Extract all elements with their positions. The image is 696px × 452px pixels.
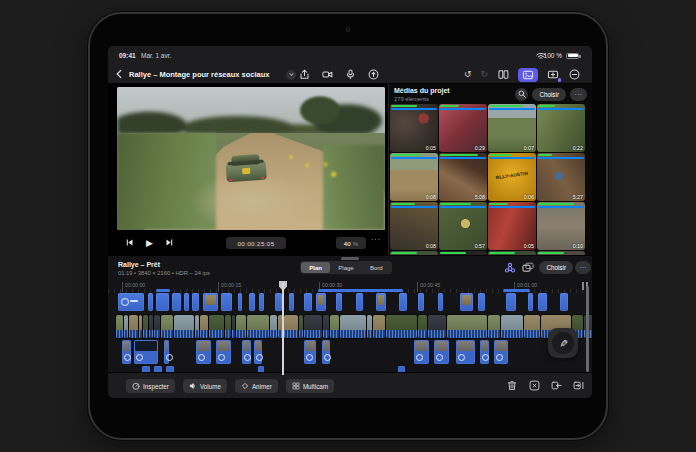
connected-clip[interactable] [538, 293, 547, 311]
connected-clip[interactable] [336, 293, 342, 311]
storyline-clip[interactable] [236, 315, 246, 338]
connected-clip[interactable] [184, 293, 189, 311]
storyline-clip[interactable] [174, 315, 194, 338]
storyline-clip[interactable] [299, 315, 303, 338]
enhance-icon[interactable] [503, 261, 516, 274]
connected-clip[interactable] [460, 293, 473, 311]
connected-audio-clip[interactable] [414, 340, 429, 364]
connected-audio-clip[interactable] [134, 340, 158, 364]
append-icon[interactable] [572, 380, 584, 392]
animate-button[interactable]: Animer [235, 379, 278, 393]
tab-plan[interactable]: Plan [301, 262, 330, 273]
connected-audio-clip[interactable] [434, 340, 449, 364]
connected-clip[interactable] [221, 293, 232, 311]
connected-clip[interactable] [259, 293, 264, 311]
media-more-button[interactable]: ··· [570, 88, 587, 101]
storyline-clip[interactable] [232, 315, 235, 338]
connected-audio-clip[interactable] [254, 340, 262, 364]
connected-clip[interactable] [438, 293, 443, 311]
storyline-clip[interactable] [154, 315, 160, 338]
blade-icon[interactable] [528, 380, 540, 392]
media-thumbnail[interactable]: 0:57 [439, 202, 487, 250]
storyline-clip[interactable] [195, 315, 199, 338]
connected-lane-bar[interactable] [156, 289, 170, 292]
connected-clip[interactable] [118, 293, 144, 311]
connected-clip[interactable] [148, 293, 153, 311]
storyline-clip[interactable] [488, 315, 500, 338]
skip-back-icon[interactable] [124, 237, 135, 248]
connected-clip[interactable] [506, 293, 516, 311]
delete-icon[interactable] [506, 380, 518, 392]
storyline-clip[interactable] [161, 315, 173, 338]
search-button[interactable] [515, 88, 528, 101]
photos-browser-button[interactable] [518, 68, 538, 82]
storyline-clip[interactable] [323, 315, 329, 338]
connected-audio-clip[interactable] [216, 340, 231, 364]
import-icon[interactable] [298, 69, 310, 81]
storyline-clip[interactable] [386, 315, 417, 338]
title-menu-chevron-icon[interactable] [286, 70, 296, 80]
connected-clip[interactable] [356, 293, 363, 311]
storyline-clip[interactable] [200, 315, 208, 338]
connected-audio-clip[interactable] [322, 340, 330, 364]
media-thumbnail[interactable]: 0:22 [537, 104, 585, 152]
storyline-clip[interactable] [270, 315, 277, 338]
overlay-icon[interactable] [521, 261, 534, 274]
connected-clip[interactable] [560, 293, 568, 311]
storyline-clip[interactable] [225, 315, 231, 338]
multicam-button[interactable]: Multicam [286, 379, 334, 393]
insert-icon[interactable] [550, 380, 562, 392]
connected-clip[interactable] [316, 293, 326, 311]
playhead[interactable] [282, 283, 284, 375]
media-thumbnail[interactable]: RLLY•AUSTIN0:06 [488, 153, 536, 201]
inspector-button[interactable]: Inspecter [126, 379, 175, 393]
camera-icon[interactable] [321, 69, 333, 81]
connected-clip[interactable] [289, 293, 294, 311]
timecode-display[interactable]: 00:00:25:05 [226, 237, 286, 249]
undo-icon[interactable]: ↺ [464, 70, 472, 79]
connected-clip[interactable] [528, 293, 533, 311]
connected-clip[interactable] [203, 293, 218, 311]
media-thumbnail[interactable]: 5:08 [439, 153, 487, 201]
timeline-scrollbar[interactable] [586, 286, 589, 372]
connected-clip[interactable] [249, 293, 255, 311]
storyline-clip[interactable] [247, 315, 269, 338]
storyline-clip[interactable] [447, 315, 487, 338]
project-title[interactable]: Rallye – Montage pour réseaux sociaux [129, 70, 269, 79]
media-thumbnail[interactable]: 0:07 [488, 104, 536, 152]
timeline-more-button[interactable]: ··· [575, 261, 591, 274]
add-media-icon[interactable] [547, 69, 559, 81]
tab-bord[interactable]: Bord [362, 262, 391, 273]
connected-audio-clip[interactable] [242, 340, 251, 364]
media-thumbnail[interactable]: 0:08 [390, 202, 438, 250]
hide-browser-icon[interactable] [568, 69, 580, 81]
storyline-clip[interactable] [209, 315, 224, 338]
storyline-clip[interactable] [501, 315, 523, 338]
viewer-zoom-control[interactable]: 40 % [336, 237, 366, 249]
connected-audio-clip[interactable] [196, 340, 211, 364]
skip-forward-icon[interactable] [164, 237, 175, 248]
connected-clip[interactable] [238, 293, 242, 311]
video-preview[interactable] [117, 87, 385, 230]
media-thumbnail[interactable]: 0:29 [439, 104, 487, 152]
back-button[interactable] [113, 68, 125, 80]
storyline-clip[interactable] [304, 315, 322, 338]
timeline-choose-button[interactable]: Choisir [539, 261, 573, 274]
connected-audio-clip[interactable] [304, 340, 316, 364]
connected-clip[interactable] [172, 293, 181, 311]
viewer-more-icon[interactable]: ··· [371, 236, 381, 243]
record-icon[interactable] [367, 69, 379, 81]
connected-clip[interactable] [418, 293, 424, 311]
tab-plage[interactable]: Plage [331, 262, 360, 273]
volume-button[interactable]: Volume [183, 379, 227, 393]
storyline-clip[interactable] [129, 315, 138, 338]
storyline-clip[interactable] [330, 315, 339, 338]
connected-audio-clip[interactable] [480, 340, 489, 364]
storyline-clip[interactable] [373, 315, 385, 338]
storyline-clip[interactable] [284, 315, 298, 338]
media-thumbnail[interactable]: 0:08 [390, 153, 438, 201]
connected-clip[interactable] [478, 293, 485, 311]
storyline-clip[interactable] [149, 315, 153, 338]
connected-lane-bar[interactable] [318, 289, 403, 292]
play-icon[interactable]: ▶ [144, 237, 155, 248]
